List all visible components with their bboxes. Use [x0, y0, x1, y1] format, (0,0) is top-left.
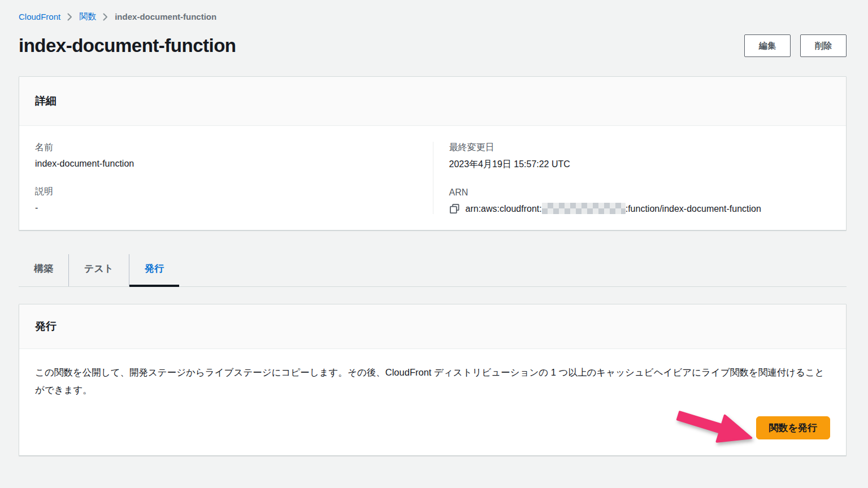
breadcrumb-current: index-document-function: [115, 12, 216, 21]
function-tabs: 構築 テスト 発行: [19, 254, 847, 287]
delete-button[interactable]: 削除: [800, 34, 847, 57]
tab-build[interactable]: 構築: [19, 254, 68, 286]
tab-test[interactable]: テスト: [68, 254, 129, 286]
arn-text: arn:aws:cloudfront::function/index-docum…: [466, 203, 761, 214]
arn-suffix: :function/index-document-function: [626, 204, 761, 213]
description-value: -: [35, 203, 417, 213]
arn-field: ARN arn:aws:cloudfront::function/index-d…: [449, 188, 831, 214]
name-label: 名前: [35, 142, 417, 154]
edit-button[interactable]: 編集: [744, 34, 791, 57]
details-column-left: 名前 index-document-function 説明 -: [19, 142, 433, 214]
arn-prefix: arn:aws:cloudfront:: [466, 204, 542, 213]
publish-card-title: 発行: [35, 319, 830, 334]
chevron-right-icon: [103, 13, 108, 21]
publish-actions: 関数を発行: [35, 416, 830, 439]
page-title: index-document-function: [19, 35, 236, 56]
details-card: 詳細 名前 index-document-function 説明 - 最終変更日…: [19, 76, 847, 230]
header-actions: 編集 削除: [744, 34, 847, 57]
name-field: 名前 index-document-function: [35, 142, 417, 169]
chevron-right-icon: [67, 13, 72, 21]
details-column-right: 最終変更日 2023年4月19日 15:57:22 UTC ARN: [433, 142, 847, 214]
publish-function-button[interactable]: 関数を発行: [756, 416, 830, 439]
copy-icon[interactable]: [449, 203, 460, 214]
details-card-body: 名前 index-document-function 説明 - 最終変更日 20…: [19, 126, 846, 230]
publish-card-header: 発行: [19, 304, 846, 349]
breadcrumb-link-cloudfront[interactable]: CloudFront: [19, 12, 60, 21]
details-card-header: 詳細: [19, 77, 846, 126]
breadcrumb-link-functions[interactable]: 関数: [79, 11, 96, 22]
breadcrumb: CloudFront 関数 index-document-function: [19, 11, 847, 22]
last-modified-value: 2023年4月19日 15:57:22 UTC: [449, 159, 831, 171]
arn-value-row: arn:aws:cloudfront::function/index-docum…: [449, 203, 831, 214]
description-field: 説明 -: [35, 186, 417, 213]
tab-publish[interactable]: 発行: [129, 254, 179, 286]
description-label: 説明: [35, 186, 417, 198]
cloudfront-function-page: CloudFront 関数 index-document-function in…: [0, 0, 868, 456]
page-header: index-document-function 編集 削除: [19, 34, 847, 57]
last-modified-label: 最終変更日: [449, 142, 831, 154]
arn-label: ARN: [449, 188, 831, 198]
publish-card: 発行 この関数を公開して、開発ステージからライブステージにコピーします。その後、…: [19, 304, 847, 456]
last-modified-field: 最終変更日 2023年4月19日 15:57:22 UTC: [449, 142, 831, 171]
publish-card-body: この関数を公開して、開発ステージからライブステージにコピーします。その後、Clo…: [19, 349, 846, 455]
publish-description: この関数を公開して、開発ステージからライブステージにコピーします。その後、Clo…: [35, 364, 830, 398]
details-card-title: 詳細: [35, 94, 830, 108]
name-value: index-document-function: [35, 159, 417, 169]
redacted-account-id: [542, 203, 626, 214]
